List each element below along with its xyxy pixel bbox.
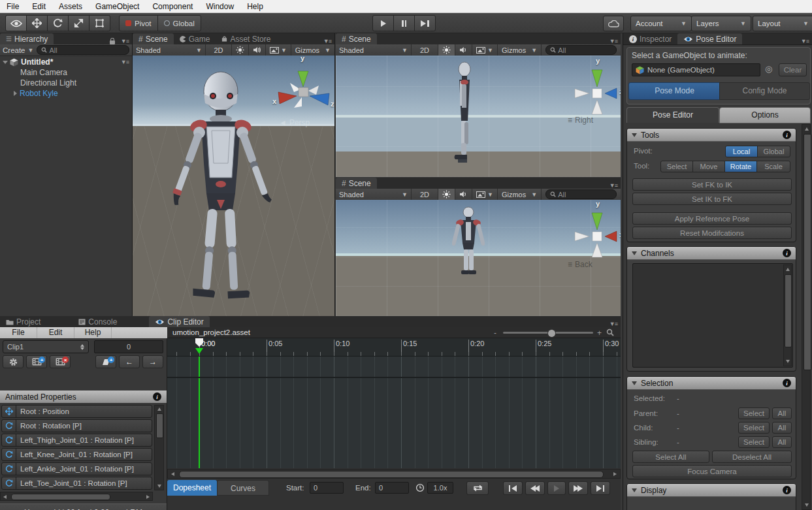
curves-tab[interactable]: Curves (217, 480, 269, 496)
hierarchy-search-input[interactable]: All (37, 45, 129, 55)
scroll-down-icon[interactable] (786, 360, 790, 363)
2d-toggle[interactable]: 2D (412, 189, 438, 200)
info-icon[interactable]: i (783, 379, 791, 387)
selection-section-header[interactable]: Selection i (627, 377, 796, 390)
scene-root-row[interactable]: Untitled* ▼≡ (0, 57, 132, 67)
menu-gameobject[interactable]: GameObject (89, 2, 146, 11)
robot-kyle-back-view[interactable] (452, 206, 485, 276)
search-icon[interactable] (606, 328, 614, 336)
expand-arrow-icon[interactable] (14, 91, 17, 96)
dopesheet-grid[interactable] (167, 378, 621, 468)
play-button[interactable] (547, 481, 566, 495)
menu-help[interactable]: Help (240, 2, 270, 11)
tab-console[interactable]: Console (73, 316, 123, 327)
info-icon[interactable]: i (153, 392, 161, 401)
info-icon[interactable]: i (783, 486, 791, 494)
select-all-button[interactable]: Select All (632, 451, 709, 463)
child-select-button[interactable]: Select (738, 422, 770, 434)
hierarchy-item-robot-kyle[interactable]: Robot Kyle (0, 88, 132, 99)
scrollbar-thumb[interactable] (804, 134, 811, 370)
clip-menu-edit[interactable]: Edit (37, 327, 74, 338)
menu-file[interactable]: File (0, 2, 25, 11)
hierarchy-item-directional-light[interactable]: Directional Light (0, 78, 132, 88)
view-orientation-label[interactable]: ≡Back (568, 260, 593, 269)
lighting-toggle[interactable] (438, 189, 455, 200)
audio-toggle[interactable] (249, 44, 266, 56)
pane-menu-icon[interactable]: ▼≡ (798, 38, 812, 44)
info-icon[interactable]: i (783, 249, 791, 257)
tools-section-header[interactable]: Tools i (627, 129, 796, 142)
zoom-in-label[interactable]: + (597, 328, 602, 338)
property-row[interactable]: Left_Thigh_Joint_01 : Rotation [P] (1, 434, 152, 447)
timeline-ruler[interactable]: 0:00 0:05 0:10 0:15 0:20 0:25 0:30 (167, 338, 621, 357)
lighting-toggle[interactable] (232, 44, 249, 56)
clip-menu-help[interactable]: Help (74, 327, 112, 338)
orientation-gizmo[interactable] (566, 59, 621, 120)
2d-toggle[interactable]: 2D (412, 44, 438, 56)
move-tool-button[interactable] (26, 15, 48, 31)
skip-to-start-button[interactable] (503, 481, 523, 495)
tab-scene[interactable]: # Scene (336, 33, 377, 44)
robot-kyle-model[interactable] (163, 65, 281, 312)
timeline-hscrollbar[interactable] (167, 469, 621, 479)
menu-component[interactable]: Component (146, 2, 199, 11)
pivot-toggle-button[interactable]: Pivot (119, 15, 158, 31)
tab-scene[interactable]: # Scene (336, 178, 377, 189)
tab-asset-store[interactable]: Asset Store (216, 33, 276, 44)
audio-toggle[interactable] (455, 44, 472, 56)
pivot-global-button[interactable]: Global (757, 146, 790, 157)
menu-assets[interactable]: Assets (52, 2, 89, 11)
parent-all-button[interactable]: All (772, 407, 792, 419)
info-icon[interactable]: i (783, 131, 791, 139)
child-all-button[interactable]: All (772, 422, 792, 434)
menu-window[interactable]: Window (199, 2, 240, 11)
prev-key-button[interactable]: ← (119, 355, 140, 368)
scroll-up-icon[interactable] (786, 268, 790, 271)
orientation-gizmo[interactable] (274, 61, 334, 121)
property-row[interactable]: Root : Position (1, 405, 152, 418)
hierarchy-item-main-camera[interactable]: Main Camera (0, 67, 132, 78)
scrollbar-thumb[interactable] (179, 471, 604, 478)
pivot-local-button[interactable]: Local (725, 146, 758, 157)
scene-viewport-right[interactable]: y z ≡Right (336, 56, 621, 177)
scroll-down-icon[interactable] (157, 485, 161, 488)
apply-reference-pose-button[interactable]: Apply Reference Pose (632, 212, 792, 225)
scrollbar-thumb[interactable] (156, 413, 163, 438)
tab-pose-editor[interactable]: Pose Editor (677, 33, 742, 44)
start-input[interactable] (310, 482, 344, 494)
account-dropdown[interactable]: Account▼ (630, 16, 692, 31)
pause-button[interactable] (393, 15, 415, 31)
eye-tool-button[interactable] (5, 15, 27, 31)
scrollbar-thumb[interactable] (11, 494, 110, 500)
rect-tool-button[interactable] (89, 15, 110, 31)
timeline-zoom-slider[interactable] (503, 332, 593, 334)
2d-toggle[interactable]: 2D (206, 44, 232, 56)
set-fk-to-ik-button[interactable]: Set FK to IK (632, 178, 792, 191)
rotate-tool-button[interactable] (47, 15, 69, 31)
pose-editor-scrollbar[interactable] (802, 124, 811, 510)
subtab-pose-editor[interactable]: Pose Editor (626, 107, 719, 123)
clip-select-dropdown[interactable]: Clip1 (3, 340, 89, 353)
keyframe-summary-strip[interactable] (167, 357, 621, 378)
properties-vscrollbar[interactable] (154, 405, 164, 490)
display-section-header[interactable]: Display i (627, 484, 796, 497)
pane-menu-icon[interactable]: ▼≡ (320, 38, 334, 44)
parent-select-button[interactable]: Select (738, 407, 770, 419)
next-key-button[interactable]: → (142, 355, 163, 368)
tab-clip-editor[interactable]: Clip Editor (149, 316, 209, 327)
effects-toggle[interactable]: ▼ (266, 44, 291, 56)
rewind-button[interactable] (525, 481, 545, 495)
pane-menu-icon[interactable]: ▼≡ (606, 182, 621, 189)
scroll-up-icon[interactable] (805, 127, 809, 131)
tab-game[interactable]: Game (174, 33, 216, 44)
tool-scale-button[interactable]: Scale (756, 161, 790, 172)
clip-menu-file[interactable]: File (0, 327, 37, 338)
channels-list[interactable] (632, 263, 793, 368)
menu-edit[interactable]: Edit (25, 2, 52, 11)
scroll-down-icon[interactable] (805, 503, 809, 507)
add-key-button[interactable]: + (95, 355, 116, 368)
orientation-gizmo[interactable] (566, 202, 621, 263)
sibling-all-button[interactable]: All (772, 436, 792, 448)
gizmos-dropdown[interactable]: Gizmos▼ (291, 44, 334, 56)
tool-select-button[interactable]: Select (660, 161, 693, 172)
